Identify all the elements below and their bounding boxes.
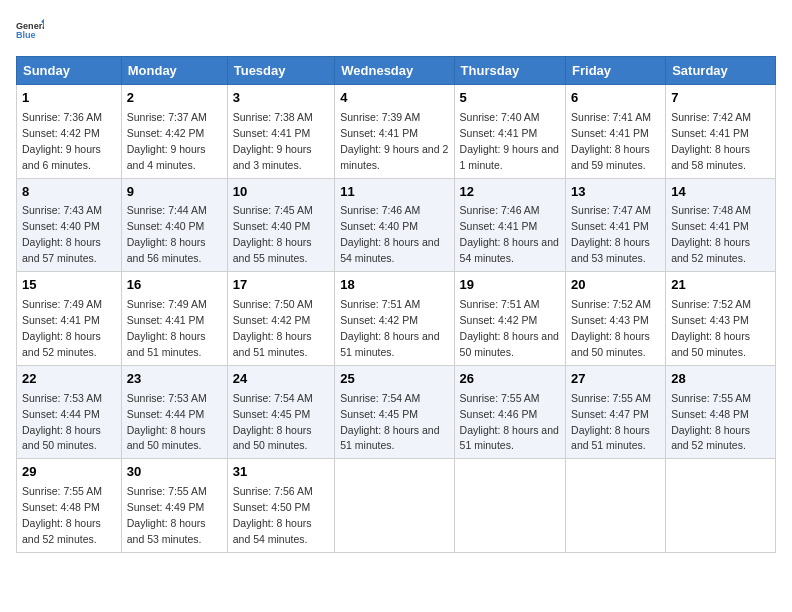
day-daylight: Daylight: 8 hours and 50 minutes. [22,424,101,452]
day-sunrise: Sunrise: 7:56 AM [233,485,313,497]
week-row-3: 15 Sunrise: 7:49 AM Sunset: 4:41 PM Dayl… [17,272,776,366]
day-sunrise: Sunrise: 7:49 AM [127,298,207,310]
calendar-table: SundayMondayTuesdayWednesdayThursdayFrid… [16,56,776,553]
day-cell: 20 Sunrise: 7:52 AM Sunset: 4:43 PM Dayl… [566,272,666,366]
day-sunset: Sunset: 4:43 PM [571,314,649,326]
day-sunset: Sunset: 4:41 PM [571,220,649,232]
day-sunrise: Sunrise: 7:55 AM [571,392,651,404]
day-number: 31 [233,463,330,482]
col-header-wednesday: Wednesday [335,57,454,85]
day-cell: 6 Sunrise: 7:41 AM Sunset: 4:41 PM Dayli… [566,85,666,179]
day-daylight: Daylight: 8 hours and 50 minutes. [671,330,750,358]
day-number: 14 [671,183,770,202]
day-daylight: Daylight: 8 hours and 51 minutes. [460,424,559,452]
day-daylight: Daylight: 8 hours and 50 minutes. [571,330,650,358]
day-cell: 13 Sunrise: 7:47 AM Sunset: 4:41 PM Dayl… [566,178,666,272]
day-sunset: Sunset: 4:43 PM [671,314,749,326]
day-sunset: Sunset: 4:42 PM [127,127,205,139]
day-sunrise: Sunrise: 7:55 AM [127,485,207,497]
day-daylight: Daylight: 8 hours and 58 minutes. [671,143,750,171]
day-cell [566,459,666,553]
day-daylight: Daylight: 8 hours and 55 minutes. [233,236,312,264]
day-number: 13 [571,183,660,202]
day-number: 5 [460,89,560,108]
svg-text:General: General [16,21,44,31]
day-daylight: Daylight: 8 hours and 52 minutes. [22,517,101,545]
day-sunrise: Sunrise: 7:37 AM [127,111,207,123]
day-daylight: Daylight: 9 hours and 1 minute. [460,143,559,171]
day-sunrise: Sunrise: 7:55 AM [460,392,540,404]
day-sunset: Sunset: 4:41 PM [127,314,205,326]
day-daylight: Daylight: 8 hours and 56 minutes. [127,236,206,264]
day-sunset: Sunset: 4:44 PM [22,408,100,420]
day-number: 11 [340,183,448,202]
day-daylight: Daylight: 9 hours and 4 minutes. [127,143,206,171]
day-cell: 21 Sunrise: 7:52 AM Sunset: 4:43 PM Dayl… [666,272,776,366]
day-cell: 14 Sunrise: 7:48 AM Sunset: 4:41 PM Dayl… [666,178,776,272]
day-sunset: Sunset: 4:41 PM [460,127,538,139]
day-sunrise: Sunrise: 7:53 AM [22,392,102,404]
day-cell [335,459,454,553]
col-header-friday: Friday [566,57,666,85]
day-cell: 2 Sunrise: 7:37 AM Sunset: 4:42 PM Dayli… [121,85,227,179]
day-number: 6 [571,89,660,108]
day-number: 1 [22,89,116,108]
day-cell: 31 Sunrise: 7:56 AM Sunset: 4:50 PM Dayl… [227,459,335,553]
day-daylight: Daylight: 8 hours and 52 minutes. [671,424,750,452]
day-sunset: Sunset: 4:42 PM [22,127,100,139]
day-sunset: Sunset: 4:49 PM [127,501,205,513]
day-daylight: Daylight: 8 hours and 52 minutes. [671,236,750,264]
day-cell: 10 Sunrise: 7:45 AM Sunset: 4:40 PM Dayl… [227,178,335,272]
logo: General Blue [16,16,44,44]
day-sunrise: Sunrise: 7:41 AM [571,111,651,123]
day-cell: 27 Sunrise: 7:55 AM Sunset: 4:47 PM Dayl… [566,365,666,459]
day-sunset: Sunset: 4:44 PM [127,408,205,420]
day-sunset: Sunset: 4:47 PM [571,408,649,420]
day-cell: 12 Sunrise: 7:46 AM Sunset: 4:41 PM Dayl… [454,178,565,272]
day-number: 7 [671,89,770,108]
day-cell: 15 Sunrise: 7:49 AM Sunset: 4:41 PM Dayl… [17,272,122,366]
day-cell: 5 Sunrise: 7:40 AM Sunset: 4:41 PM Dayli… [454,85,565,179]
day-sunset: Sunset: 4:41 PM [233,127,311,139]
week-row-5: 29 Sunrise: 7:55 AM Sunset: 4:48 PM Dayl… [17,459,776,553]
day-sunrise: Sunrise: 7:53 AM [127,392,207,404]
day-cell: 1 Sunrise: 7:36 AM Sunset: 4:42 PM Dayli… [17,85,122,179]
day-daylight: Daylight: 8 hours and 57 minutes. [22,236,101,264]
day-number: 10 [233,183,330,202]
day-sunset: Sunset: 4:45 PM [233,408,311,420]
day-sunset: Sunset: 4:40 PM [22,220,100,232]
day-number: 20 [571,276,660,295]
day-sunrise: Sunrise: 7:39 AM [340,111,420,123]
day-sunrise: Sunrise: 7:52 AM [571,298,651,310]
header: General Blue [16,16,776,44]
day-number: 22 [22,370,116,389]
day-sunset: Sunset: 4:40 PM [233,220,311,232]
day-cell: 16 Sunrise: 7:49 AM Sunset: 4:41 PM Dayl… [121,272,227,366]
day-daylight: Daylight: 8 hours and 51 minutes. [340,424,439,452]
day-sunrise: Sunrise: 7:48 AM [671,204,751,216]
day-cell: 19 Sunrise: 7:51 AM Sunset: 4:42 PM Dayl… [454,272,565,366]
day-number: 18 [340,276,448,295]
day-number: 9 [127,183,222,202]
day-sunset: Sunset: 4:48 PM [22,501,100,513]
col-header-monday: Monday [121,57,227,85]
day-sunrise: Sunrise: 7:36 AM [22,111,102,123]
day-daylight: Daylight: 8 hours and 54 minutes. [460,236,559,264]
day-sunset: Sunset: 4:48 PM [671,408,749,420]
day-daylight: Daylight: 8 hours and 50 minutes. [127,424,206,452]
day-daylight: Daylight: 8 hours and 54 minutes. [233,517,312,545]
day-daylight: Daylight: 8 hours and 51 minutes. [571,424,650,452]
day-sunrise: Sunrise: 7:38 AM [233,111,313,123]
day-sunrise: Sunrise: 7:50 AM [233,298,313,310]
day-sunrise: Sunrise: 7:54 AM [340,392,420,404]
day-sunrise: Sunrise: 7:46 AM [340,204,420,216]
day-daylight: Daylight: 8 hours and 59 minutes. [571,143,650,171]
day-cell: 11 Sunrise: 7:46 AM Sunset: 4:40 PM Dayl… [335,178,454,272]
day-cell [666,459,776,553]
day-number: 19 [460,276,560,295]
day-number: 12 [460,183,560,202]
day-sunrise: Sunrise: 7:43 AM [22,204,102,216]
day-sunset: Sunset: 4:50 PM [233,501,311,513]
day-daylight: Daylight: 9 hours and 3 minutes. [233,143,312,171]
day-number: 2 [127,89,222,108]
